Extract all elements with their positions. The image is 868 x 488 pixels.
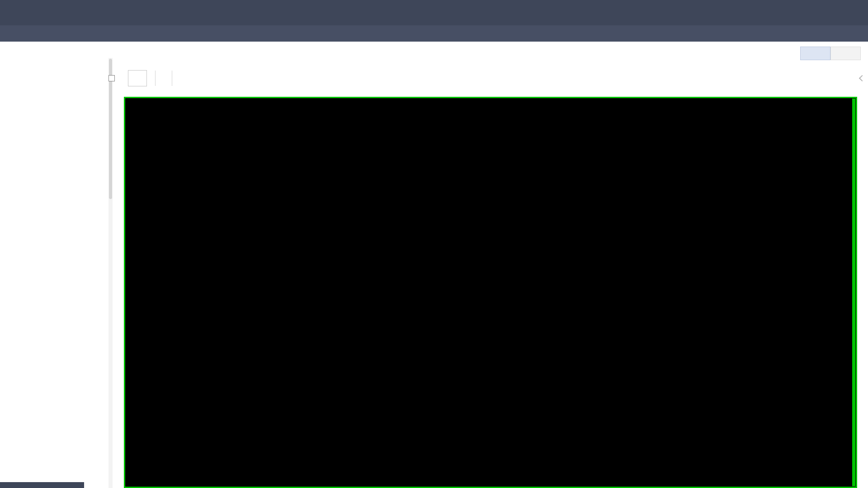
show-teacher-answer-button[interactable] xyxy=(833,25,848,42)
toolbar-separator xyxy=(155,71,156,86)
view-tab-3d[interactable] xyxy=(830,47,861,60)
user-avatar-icon[interactable] xyxy=(840,5,856,21)
toolbar xyxy=(108,68,180,89)
version-info xyxy=(430,0,438,25)
sub-header xyxy=(0,25,868,42)
viewer-grid xyxy=(124,97,857,488)
toolbar-separator xyxy=(172,71,172,86)
sidebar-footer-strip xyxy=(0,482,84,488)
top-header xyxy=(0,0,868,25)
toolbar-collapse-handle[interactable] xyxy=(858,71,866,85)
view-tab-2d[interactable] xyxy=(800,47,830,60)
viewer-scrollbar[interactable] xyxy=(852,99,855,486)
layout-button[interactable] xyxy=(128,70,147,86)
series-window-checkbox[interactable] xyxy=(108,75,115,81)
view-mode-tabs xyxy=(800,47,861,60)
series-window-toggle[interactable] xyxy=(108,75,118,81)
eye-icon xyxy=(833,29,844,38)
sidebar-scrollbar[interactable] xyxy=(108,58,113,488)
app-root xyxy=(0,0,868,488)
